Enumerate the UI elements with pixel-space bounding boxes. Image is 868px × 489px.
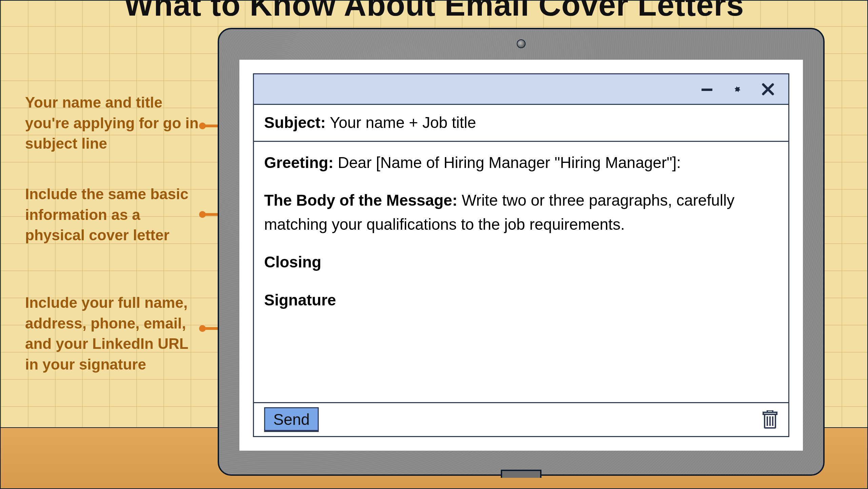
callout-subject: Your name and title you're applying for …: [25, 92, 201, 154]
svg-rect-0: [702, 89, 712, 91]
signature-label: Signature: [264, 288, 778, 312]
expand-icon[interactable]: [730, 82, 745, 97]
tablet-stand: [501, 470, 541, 478]
callout-signature: Include your full name, address, phone, …: [25, 293, 201, 375]
body-label: The Body of the Message:: [264, 191, 457, 209]
minimize-icon[interactable]: [699, 82, 714, 97]
close-icon[interactable]: [761, 82, 775, 97]
greeting-line: Greeting: Dear [Name of Hiring Manager "…: [264, 151, 778, 175]
email-body[interactable]: Greeting: Dear [Name of Hiring Manager "…: [254, 142, 788, 402]
email-compose-window: Subject: Your name + Job title Greeting:…: [253, 73, 789, 437]
camera-icon: [517, 39, 526, 48]
send-button[interactable]: Send: [264, 407, 319, 432]
subject-value: Your name + Job title: [330, 114, 476, 131]
compose-toolbar: Send: [254, 402, 788, 436]
subject-label: Subject:: [264, 114, 326, 131]
window-titlebar: [254, 74, 788, 105]
greeting-label: Greeting:: [264, 154, 333, 171]
subject-row[interactable]: Subject: Your name + Job title: [254, 105, 788, 142]
svg-rect-8: [767, 410, 773, 412]
tablet-device: Subject: Your name + Job title Greeting:…: [218, 28, 825, 476]
greeting-value: Dear [Name of Hiring Manager "Hiring Man…: [338, 154, 681, 171]
page-title: What to Know About Email Cover Letters: [1, 0, 867, 23]
tablet-screen: Subject: Your name + Job title Greeting:…: [239, 60, 803, 451]
callout-body: Include the same basic information as a …: [25, 184, 201, 246]
body-paragraph: The Body of the Message: Write two or th…: [264, 188, 778, 237]
closing-label: Closing: [264, 250, 778, 274]
trash-icon[interactable]: [762, 410, 778, 429]
